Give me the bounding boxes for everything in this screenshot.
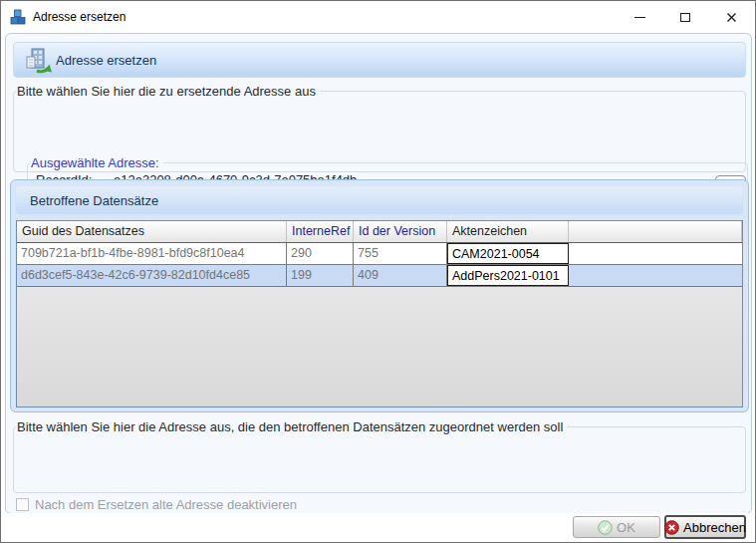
source-address-group: Bitte wählen Sie hier die zu ersetzende …: [13, 91, 746, 172]
source-group-label: Bitte wählen Sie hier die zu ersetzende …: [16, 84, 320, 99]
target-address-group: Bitte wählen Sie hier die Adresse aus, d…: [13, 426, 746, 493]
table-row[interactable]: 709b721a-bf1b-4fbe-8981-bfd9c8f10ea4 290…: [17, 243, 742, 265]
cell-idversion: 755: [354, 243, 447, 264]
selected-address-label: Ausgewählte Adresse:: [30, 155, 163, 170]
cell-interneref: 199: [287, 265, 354, 286]
affected-records-panel: Betroffene Datensätze Guid des Datensatz…: [10, 179, 749, 412]
deactivate-option-row: Nach dem Ersetzen alte Adresse deaktivie…: [16, 496, 297, 512]
maximize-button[interactable]: [662, 2, 708, 32]
close-icon: [726, 12, 737, 23]
app-cubes-icon: [10, 9, 26, 25]
replace-address-dialog: Adresse ersetzen: [0, 0, 756, 543]
table-row-selected[interactable]: d6d3cef5-843e-42c6-9739-82d10fd4ce85 199…: [17, 265, 742, 287]
replace-address-icon: [24, 47, 52, 75]
target-group-label: Bitte wählen Sie hier die Adresse aus, d…: [16, 419, 567, 434]
ok-button[interactable]: OK: [573, 516, 660, 538]
affected-records-title: Betroffene Datensätze: [30, 193, 158, 208]
column-header-guid[interactable]: Guid des Datensatzes: [17, 221, 287, 242]
cell-interneref: 290: [287, 243, 354, 264]
footer-bar: OK Abbrechen: [2, 513, 754, 541]
cell-idversion: 409: [354, 265, 447, 286]
deactivate-old-address-label: Nach dem Ersetzen alte Adresse deaktivie…: [35, 497, 297, 512]
minimize-icon: [634, 17, 645, 18]
close-button[interactable]: [708, 2, 754, 32]
cell-aktenzeichen[interactable]: AddPers2021-0101: [447, 265, 569, 286]
header-title: Adresse ersetzen: [56, 53, 156, 68]
deactivate-old-address-checkbox[interactable]: [16, 498, 29, 511]
affected-records-caption: Betroffene Datensätze: [16, 186, 743, 214]
header-bar: Adresse ersetzen: [13, 42, 746, 78]
cell-guid: 709b721a-bf1b-4fbe-8981-bfd9c8f10ea4: [17, 243, 287, 264]
ok-icon: [598, 520, 613, 535]
window-title: Adresse ersetzen: [33, 10, 126, 24]
affected-records-table: Guid des Datensatzes InterneRef Id der V…: [16, 220, 743, 407]
titlebar: Adresse ersetzen: [2, 2, 754, 32]
window-controls: [617, 2, 754, 32]
cell-guid: d6d3cef5-843e-42c6-9739-82d10fd4ce85: [17, 265, 287, 286]
maximize-icon: [680, 13, 690, 22]
column-header-aktenzeichen[interactable]: Aktenzeichen: [447, 221, 569, 242]
cell-aktenzeichen[interactable]: CAM2021-0054: [447, 243, 569, 264]
ok-button-label: OK: [617, 520, 635, 535]
cell-filler: [569, 243, 742, 264]
column-header-idversion[interactable]: Id der Version: [354, 221, 447, 242]
column-header-interneref[interactable]: InterneRef: [287, 221, 354, 242]
cancel-icon: [664, 520, 679, 535]
column-header-filler: [569, 221, 742, 242]
cell-filler: [569, 265, 742, 286]
cancel-button-label: Abbrechen: [683, 520, 746, 535]
cancel-button[interactable]: Abbrechen: [664, 515, 746, 539]
dialog-body: Adresse ersetzen Bitte wählen Sie hier d…: [5, 33, 752, 514]
minimize-button[interactable]: [617, 2, 662, 32]
table-header-row: Guid des Datensatzes InterneRef Id der V…: [17, 221, 742, 243]
